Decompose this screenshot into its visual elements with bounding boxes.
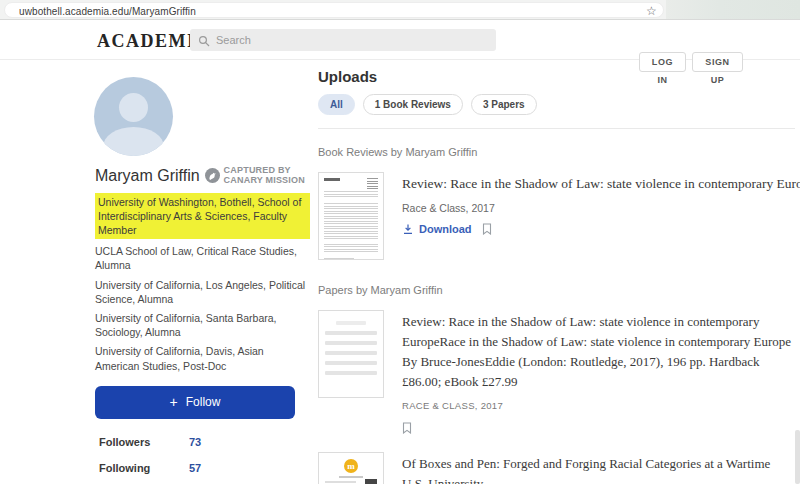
thumb-text-shape [325,371,377,375]
thumb-text-shape [325,361,377,365]
bookmark-star-icon[interactable]: ☆ [646,4,657,18]
section-heading-book-reviews: Book Reviews by Maryam Griffin [318,146,795,158]
url-bar[interactable]: uwbothell.academia.edu/MaryamGriffin ☆ [4,2,664,18]
thumb-side-shape [367,178,378,191]
uploads-panel: Uploads All 1 Book Reviews 3 Papers Book… [318,60,795,484]
stat-label: Following [99,462,189,474]
stat-row-following: Following 57 [99,455,310,481]
search-input[interactable] [190,29,496,51]
thumb-text-shape [324,203,378,241]
uploads-title: Uploads [318,68,795,85]
item-meta: Race & Class, 2017 [402,202,800,214]
scrollbar[interactable] [795,430,800,484]
thumb-title-shape [324,178,340,181]
affiliation: University of California, Los Angeles, P… [95,278,310,306]
browser-chrome-right [666,0,800,19]
bookmark-icon[interactable] [402,422,412,434]
thumb-text-shape [324,191,378,199]
tab-all[interactable]: All [318,94,355,115]
thumb-text-shape [325,481,356,483]
thumb-text-shape [324,244,378,254]
canary-mission-badge[interactable]: CAPTURED BY CANARY MISSION [205,166,305,186]
download-icon [402,223,414,235]
thumb-text-shape [324,258,354,260]
plus-icon: + [170,394,178,410]
thumb-text-shape [325,341,377,345]
page: uwbothell.academia.edu/MaryamGriffin ☆ A… [0,0,800,484]
thumb-text-shape [336,321,366,325]
affiliation: University of California, Santa Barbara,… [95,311,310,339]
item-meta: RACE & CLASS, 2017 [402,400,795,411]
paper-thumbnail[interactable] [318,172,384,260]
following-count[interactable]: 57 [189,462,201,474]
project-muse-logo: m [344,459,358,473]
paper-thumbnail[interactable] [318,310,384,398]
site-header: ACADEMIA LOG IN SIGN UP [0,20,800,60]
download-link[interactable]: Download [402,223,472,235]
divider [318,128,795,129]
list-item-paper: Review: Race in the Shadow of Law: state… [318,310,795,438]
follow-label: Follow [186,395,221,409]
uploads-filter-tabs: All 1 Book Reviews 3 Papers [318,94,795,115]
search-box[interactable] [190,29,496,51]
profile-stats: Followers 73 Following 57 Public Views [95,429,310,484]
stat-row-followers: Followers 73 [99,429,310,455]
affiliation: University of California, Davis, Asian A… [95,344,310,372]
paper-thumbnail[interactable]: m [318,452,384,484]
url-text[interactable]: uwbothell.academia.edu/MaryamGriffin [19,6,196,17]
badge-text: CAPTURED BY CANARY MISSION [224,166,305,186]
follow-button[interactable]: + Follow [95,386,295,419]
followers-count[interactable]: 73 [189,436,201,448]
affiliation: UCLA School of Law, Critical Race Studie… [95,244,310,272]
list-item-book-review: Review: Race in the Shadow of Law: state… [318,172,795,260]
section-heading-papers: Papers by Maryam Griffin [318,284,795,296]
affiliation-highlighted: University of Washington, Bothell, Schoo… [95,193,310,240]
profile-sidebar: Maryam Griffin CAPTURED BY CANARY MISSIO… [95,60,310,484]
item-title[interactable]: Review: Race in the Shadow of Law: state… [402,312,795,393]
profile-name: Maryam Griffin [95,167,200,185]
avatar-head-shape [119,93,148,122]
list-item-paper: m Of Boxes and Pen: Forged and Forging R… [318,452,795,484]
tab-book-reviews[interactable]: 1 Book Reviews [363,94,463,115]
stat-label: Followers [99,436,189,448]
canary-bird-icon [205,168,220,183]
item-title[interactable]: Review: Race in the Shadow of Law: state… [402,174,800,195]
thumb-text-shape [325,351,377,355]
item-title[interactable]: Of Boxes and Pen: Forged and Forging Rac… [402,454,795,484]
avatar[interactable] [94,77,173,156]
tab-papers[interactable]: 3 Papers [471,94,537,115]
thumb-cover-image [365,479,377,484]
thumb-text-shape [339,476,363,478]
thumb-text-shape [325,331,377,335]
bookmark-icon[interactable] [482,223,492,235]
avatar-shoulders-shape [103,127,164,156]
browser-chrome: uwbothell.academia.edu/MaryamGriffin ☆ [0,0,800,20]
